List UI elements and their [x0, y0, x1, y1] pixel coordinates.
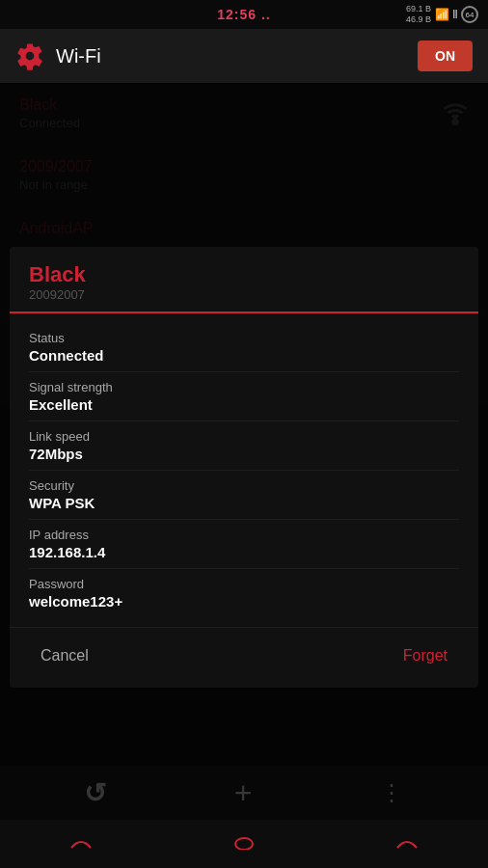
- status-bar: 12:56 .. 69.1 B 46.9 B 📶 Ⅱ 64: [0, 0, 488, 29]
- wifi-detail-dialog: Black 20092007 Status Connected Signal s…: [10, 247, 478, 688]
- detail-row-linkspeed: Link speed 72Mbps: [29, 421, 459, 471]
- status-data-usage: 69.1 B 46.9 B: [406, 4, 431, 25]
- nav-bar: [0, 820, 488, 868]
- detail-value-ip: 192.168.1.4: [29, 544, 459, 560]
- detail-value-status: Connected: [29, 347, 459, 364]
- dialog-actions: Cancel Forget: [10, 627, 478, 688]
- status-bar-time: 12:56 ..: [217, 7, 270, 22]
- status-bar-right: 69.1 B 46.9 B 📶 Ⅱ 64: [271, 4, 478, 25]
- detail-row-signal: Signal strength Excellent: [29, 372, 459, 421]
- detail-row-password: Password welcome123+: [29, 569, 459, 617]
- detail-value-password: welcome123+: [29, 593, 459, 610]
- detail-label-password: Password: [29, 577, 459, 591]
- dialog-body: Status Connected Signal strength Excelle…: [10, 313, 478, 627]
- home-button[interactable]: [213, 827, 275, 862]
- main-content: Black Connected 2009/2007 Not in range A…: [0, 83, 488, 820]
- top-bar: Wi-Fi ON: [0, 29, 488, 83]
- recents-button[interactable]: [376, 827, 438, 862]
- detail-value-linkspeed: 72Mbps: [29, 446, 459, 462]
- detail-label-signal: Signal strength: [29, 380, 459, 394]
- wifi-toggle-button[interactable]: ON: [418, 41, 473, 71]
- svg-point-1: [235, 838, 253, 850]
- detail-row-security: Security WPA PSK: [29, 471, 459, 520]
- top-bar-title: Wi-Fi: [56, 45, 101, 68]
- detail-label-linkspeed: Link speed: [29, 429, 459, 444]
- detail-value-signal: Excellent: [29, 396, 459, 413]
- dialog-title: Black: [29, 262, 459, 287]
- detail-label-security: Security: [29, 478, 459, 493]
- detail-row-status: Status Connected: [29, 323, 459, 372]
- detail-label-ip: IP address: [29, 528, 459, 542]
- back-button[interactable]: [50, 827, 112, 862]
- status-icons: 📶 Ⅱ 64: [435, 6, 478, 23]
- detail-label-status: Status: [29, 331, 459, 345]
- forget-button[interactable]: Forget: [392, 639, 459, 672]
- detail-value-security: WPA PSK: [29, 495, 459, 511]
- dialog-subtitle: 20092007: [29, 287, 459, 302]
- cancel-button[interactable]: Cancel: [29, 639, 100, 672]
- gear-icon: [15, 41, 44, 70]
- dialog-header: Black 20092007: [10, 247, 478, 313]
- wifi-status-icon: 📶: [435, 8, 449, 21]
- battery-icon: 64: [461, 6, 478, 23]
- signal-bar-icon: Ⅱ: [452, 8, 458, 21]
- top-bar-left: Wi-Fi: [15, 41, 101, 70]
- detail-row-ip: IP address 192.168.1.4: [29, 520, 459, 569]
